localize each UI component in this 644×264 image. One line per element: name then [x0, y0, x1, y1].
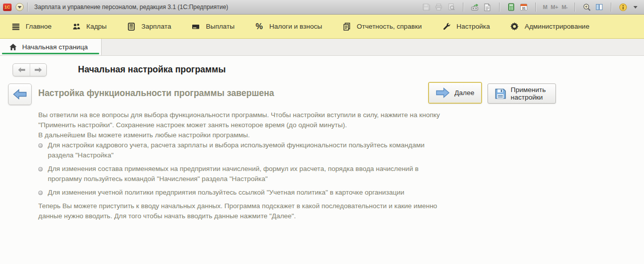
list-item: Для настройки кадрового учета, расчета з… [38, 140, 441, 160]
home-icon [9, 43, 17, 51]
bullet-text: Для настройки кадрового учета, расчета з… [48, 140, 441, 160]
apply-button-label: Применить настройки [511, 86, 549, 101]
save-icon[interactable] [422, 3, 431, 12]
wrench-icon [442, 22, 451, 31]
ribbon-item-label: Налоги и взносы [269, 23, 322, 30]
percent-icon: % [255, 22, 264, 31]
people-icon [72, 22, 81, 31]
bullet-list: Для настройки кадрового учета, расчета з… [38, 140, 441, 198]
active-tab-indicator [2, 53, 99, 54]
go-to-link-icon[interactable] [470, 3, 479, 12]
paragraph: Вы ответили на все вопросы для выбора фу… [38, 110, 441, 130]
paragraph: В дальнейшем Вы можете изменить любые на… [38, 130, 441, 140]
forward-history-button[interactable] [30, 64, 46, 76]
ribbon-item-kadry[interactable]: Кадры [72, 22, 107, 31]
chevron-down-icon [633, 6, 637, 9]
main-menu-button[interactable] [16, 3, 24, 11]
ribbon-item-label: Кадры [87, 23, 107, 30]
zoom-in-icon[interactable] [582, 3, 591, 12]
arrow-left-icon [13, 89, 27, 100]
bullet-icon [38, 143, 43, 148]
tab-home[interactable]: Начальная страница [0, 39, 102, 55]
main-content: Начальная настройка программы Настройка … [0, 56, 644, 264]
list-item: Для изменения состава применяемых на пре… [38, 164, 441, 184]
divider [611, 3, 611, 12]
bullet-text: Для изменения состава применяемых на пре… [48, 164, 441, 184]
memory-plus-button[interactable]: M+ [551, 4, 558, 10]
ribbon-item-nalogi[interactable]: % Налоги и взносы [255, 22, 322, 31]
gear-icon [510, 22, 519, 31]
divider [499, 3, 500, 12]
bullet-icon [38, 167, 43, 171]
divider [463, 3, 463, 12]
report-icon [342, 22, 351, 31]
memory-minus-button[interactable]: M- [561, 4, 568, 10]
app-window: 1С Зарплата и управление персоналом, ред… [0, 0, 644, 264]
title-bar: 1С Зарплата и управление персоналом, ред… [0, 0, 644, 15]
apply-settings-button[interactable]: Применить настройки [488, 83, 556, 104]
divider [27, 3, 28, 12]
print-icon[interactable] [434, 3, 443, 12]
ribbon-item-label: Главное [26, 23, 52, 30]
tab-bar: Начальная страница [0, 39, 644, 56]
ribbon-item-nastroika[interactable]: Настройка [442, 22, 490, 31]
calendar-day-text: 31 [522, 7, 526, 10]
next-button-label: Далее [454, 89, 474, 97]
bullet-icon [38, 191, 43, 195]
payment-card-icon [191, 22, 200, 31]
window-title: Зарплата и управление персоналом, редакц… [34, 4, 228, 11]
export-page-icon[interactable] [483, 3, 492, 12]
titlebar-toolbar: 31 M M+ M- [422, 3, 640, 12]
info-icon[interactable] [618, 3, 627, 12]
memory-recall-button[interactable]: M [543, 4, 547, 10]
split-view-icon[interactable] [595, 3, 604, 12]
ribbon-item-label: Выплаты [206, 23, 234, 30]
menu-lines-icon [11, 22, 20, 31]
back-history-button[interactable] [13, 64, 30, 76]
calculator-icon [127, 22, 136, 31]
ribbon-item-administrirovanie[interactable]: Администрирование [510, 22, 590, 31]
back-step-button[interactable] [8, 83, 32, 105]
divider [535, 3, 536, 12]
1c-logo-icon: 1С [3, 4, 12, 11]
page-title: Начальная настройка программы [78, 64, 226, 75]
arrow-right-icon [436, 87, 450, 98]
ribbon-item-label: Отчетность, справки [357, 23, 422, 30]
tab-label: Начальная страница [22, 43, 88, 51]
ribbon-menu: Главное Кадры Зарплата Выплаты % Налоги … [0, 15, 644, 39]
history-nav-group [13, 63, 47, 76]
instructions-text: Вы ответили на все вопросы для выбора фу… [38, 110, 441, 221]
save-icon [495, 88, 506, 100]
list-item: Для изменения учетной политики предприят… [38, 188, 441, 198]
bullet-text: Для изменения учетной политики предприят… [48, 188, 405, 198]
paragraph: Теперь Вы можете приступить к вводу нача… [38, 201, 441, 221]
ribbon-item-label: Зарплата [141, 23, 171, 30]
ribbon-item-vyplaty[interactable]: Выплаты [191, 22, 234, 31]
ribbon-item-label: Администрирование [525, 23, 590, 30]
next-button[interactable]: Далее [428, 82, 482, 104]
ribbon-item-otchetnost[interactable]: Отчетность, справки [342, 22, 422, 31]
more-commands-button[interactable] [631, 3, 640, 12]
ribbon-item-glavnoe[interactable]: Главное [11, 22, 52, 31]
ribbon-item-zarplata[interactable]: Зарплата [127, 22, 171, 31]
calculator-icon[interactable] [507, 3, 516, 12]
ribbon-item-label: Настройка [456, 23, 490, 30]
calendar-icon[interactable]: 31 [519, 3, 528, 12]
print-preview-icon[interactable] [447, 3, 456, 12]
logo-text: 1С [5, 5, 11, 10]
chevron-down-icon [18, 6, 22, 9]
divider [575, 3, 575, 12]
section-heading: Настройка функциональности программы зав… [38, 88, 274, 99]
